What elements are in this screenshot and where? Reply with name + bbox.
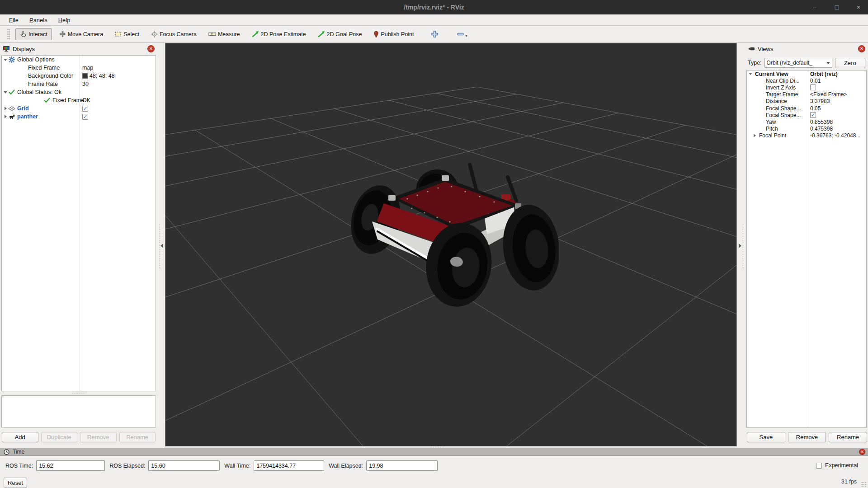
toolbar-focus-camera-button[interactable]: Focus Camera [146,28,201,40]
remove-button: Remove [80,432,117,442]
select-box-icon [115,31,122,37]
row-value[interactable]: 0.01 [810,78,821,84]
row-value[interactable]: -0.36763; -0.42048... [810,132,860,139]
maximize-button[interactable]: □ [832,4,842,11]
check-icon [43,98,51,103]
row-value[interactable]: 30 [82,81,89,87]
tree-row[interactable]: Frame Rate30 [2,80,156,88]
camera-icon [748,46,755,52]
close-button[interactable]: × [854,4,863,11]
remove-button[interactable]: Remove [788,432,826,442]
clock-icon [3,449,10,455]
chevron-down-icon[interactable]: ▾ [465,34,467,38]
expander-down-icon[interactable] [3,91,8,94]
tree-row[interactable]: Fixed FrameOK [2,96,156,104]
views-tree[interactable]: Current ViewOrbit (rviz)Near Clip Di...0… [746,70,867,428]
row-checkbox[interactable]: ✓ [810,112,816,118]
hand-icon [20,31,27,38]
menu-help[interactable]: Help [54,16,75,24]
tree-row[interactable]: Focal Shape...0.05 [747,105,866,112]
tree-row[interactable]: Pitch0.475398 [747,126,866,132]
save-button[interactable]: Save [747,432,785,442]
expander-down-icon[interactable] [748,73,753,75]
tree-row[interactable]: Global Status: Ok [2,88,156,96]
row-value[interactable]: 0.855398 [810,119,833,125]
row-value[interactable]: Orbit (rviz) [810,71,838,77]
right-panel-collapse-handle[interactable] [739,241,745,251]
tree-row[interactable]: Invert Z Axis [747,84,866,91]
move-icon [59,31,66,38]
ros-time-input[interactable] [36,460,105,471]
toolbar-button-label: Publish Point [381,31,414,38]
view-type-dropdown[interactable]: Orbit (rviz_default_ [764,58,832,68]
displays-close-icon[interactable]: ✕ [147,45,155,52]
experimental-checkbox[interactable] [816,463,822,469]
toolbar-2d-pose-estimate-button[interactable]: 2D Pose Estimate [247,28,311,40]
tree-row[interactable]: Background Color48; 48; 48 [2,72,156,80]
render-viewport[interactable] [165,43,737,446]
row-label: Distance [766,98,787,104]
tree-row[interactable]: Target Frame<Fixed Frame> [747,91,866,98]
row-value[interactable]: 3.37983 [810,98,830,104]
views-panel-header[interactable]: Views ✕ [745,43,868,55]
tree-row[interactable]: panther✓ [2,113,156,121]
robot-bracket [388,195,396,201]
toolbar-2d-goal-pose-button[interactable]: 2D Goal Pose [313,28,367,40]
row-checkbox[interactable] [810,84,816,90]
expander-right-icon[interactable] [3,107,8,110]
menu-file[interactable]: File [5,16,23,24]
wall-time-input[interactable] [254,460,324,471]
rename-button[interactable]: Rename [829,432,867,442]
tree-row[interactable]: Focal Shape...✓ [747,112,866,118]
tree-row[interactable]: Global Options [2,56,156,64]
row-label: Invert Z Axis [766,84,796,91]
row-label: Target Frame [766,91,798,98]
row-value[interactable]: 0.05 [810,105,821,112]
main-area: Displays ✕ Global OptionsFixed FramemapB… [0,43,868,448]
tree-row[interactable]: Fixed Framemap [2,64,156,72]
row-value[interactable]: 0.475398 [810,126,833,132]
toolbar-measure-button[interactable]: Measure [204,28,245,40]
expander-right-icon[interactable] [3,115,8,118]
check-icon [8,89,15,95]
tree-row[interactable]: Near Clip Di...0.01 [747,77,866,84]
expander-down-icon[interactable] [3,59,8,61]
time-close-icon[interactable]: ✕ [859,449,865,455]
row-value[interactable]: map [82,65,93,71]
tree-row[interactable]: Distance3.37983 [747,98,866,105]
tree-row[interactable]: Yaw0.855398 [747,118,866,125]
row-value[interactable]: OK [82,97,90,103]
row-checkbox[interactable]: ✓ [82,114,88,120]
color-swatch[interactable] [82,73,88,79]
row-value[interactable]: 48; 48; 48 [90,73,115,79]
ros-elapsed-input[interactable] [148,460,220,471]
displays-splitter-handle[interactable]: ······ [1,392,156,394]
reset-button[interactable]: Reset [4,478,27,488]
views-close-icon[interactable]: ✕ [858,45,865,52]
add-button[interactable]: Add [2,432,38,442]
displays-panel-header[interactable]: Displays ✕ [0,43,157,55]
tree-row[interactable]: Current ViewOrbit (rviz) [747,70,866,77]
toolbar-interact-button[interactable]: Interact [15,28,52,40]
title-bar[interactable]: /tmp/rviz.rviz* - RViz – □ × [0,0,868,14]
toolbar-minus-button[interactable]: ▾ [452,28,472,41]
toolbar-select-button[interactable]: Select [110,28,144,40]
wall-elapsed-input[interactable] [366,460,438,471]
toolbar-move-camera-button[interactable]: Move Camera [55,28,108,40]
tree-row[interactable]: Focal Point-0.36763; -0.42048... [747,132,866,139]
window-resize-grip[interactable] [861,482,867,487]
menu-panels[interactable]: Panels [25,16,52,24]
toolbar-publish-point-button[interactable]: Publish Point [369,28,418,41]
displays-tree[interactable]: Global OptionsFixed FramemapBackground C… [1,55,156,391]
expander-right-icon[interactable] [752,134,757,137]
tree-row[interactable]: Grid✓ [2,104,156,113]
toolbar-drag-handle-icon[interactable] [7,28,10,40]
row-label: Background Color [28,73,73,79]
minimize-button[interactable]: – [810,4,820,11]
toolbar-plus-button[interactable] [426,28,443,41]
zero-button[interactable]: Zero [835,58,865,68]
ruler-icon [208,32,216,37]
row-checkbox[interactable]: ✓ [82,106,88,112]
time-panel-header[interactable]: Time ✕ [0,448,868,456]
row-value[interactable]: <Fixed Frame> [810,91,847,98]
